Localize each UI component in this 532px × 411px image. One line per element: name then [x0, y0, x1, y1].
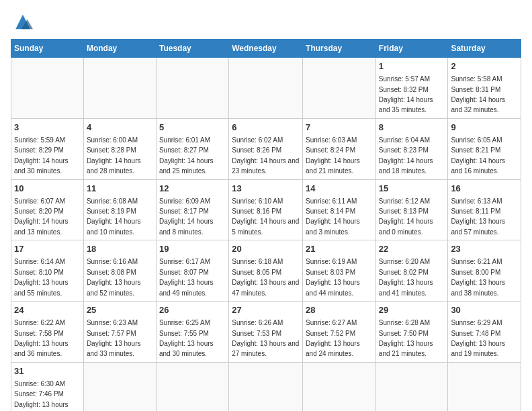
day-info: Sunrise: 6:04 AM Sunset: 8:23 PM Dayligh… — [379, 136, 433, 175]
day-header-thursday: Thursday — [303, 40, 376, 58]
logo-svg — [11, 11, 35, 31]
week-row-4: 17Sunrise: 6:14 AM Sunset: 8:10 PM Dayli… — [11, 240, 521, 302]
day-number: 30 — [451, 304, 518, 316]
day-info: Sunrise: 6:08 AM Sunset: 8:19 PM Dayligh… — [87, 197, 141, 236]
day-cell: 16Sunrise: 6:13 AM Sunset: 8:11 PM Dayli… — [448, 179, 521, 240]
day-info: Sunrise: 6:22 AM Sunset: 7:58 PM Dayligh… — [14, 319, 69, 357]
day-cell: 17Sunrise: 6:14 AM Sunset: 8:10 PM Dayli… — [11, 240, 84, 302]
day-number: 21 — [306, 243, 373, 255]
day-number: 23 — [451, 243, 518, 255]
day-cell — [83, 58, 156, 119]
day-cell — [448, 362, 521, 411]
day-info: Sunrise: 6:27 AM Sunset: 7:52 PM Dayligh… — [306, 319, 360, 357]
week-row-3: 10Sunrise: 6:07 AM Sunset: 8:20 PM Dayli… — [11, 179, 521, 240]
day-number: 1 — [379, 60, 445, 73]
day-info: Sunrise: 6:29 AM Sunset: 7:48 PM Dayligh… — [451, 319, 505, 357]
day-info: Sunrise: 6:01 AM Sunset: 8:27 PM Dayligh… — [159, 136, 214, 175]
day-cell — [303, 58, 376, 119]
day-info: Sunrise: 6:12 AM Sunset: 8:13 PM Dayligh… — [379, 197, 433, 236]
day-cell — [11, 58, 84, 119]
day-number: 24 — [14, 304, 81, 316]
day-info: Sunrise: 6:00 AM Sunset: 8:28 PM Dayligh… — [87, 136, 141, 175]
day-info: Sunrise: 6:05 AM Sunset: 8:21 PM Dayligh… — [451, 136, 505, 175]
day-cell — [303, 362, 376, 411]
day-info: Sunrise: 6:02 AM Sunset: 8:26 PM Dayligh… — [232, 136, 299, 175]
day-number: 29 — [379, 304, 445, 316]
day-cell: 18Sunrise: 6:16 AM Sunset: 8:08 PM Dayli… — [83, 240, 156, 302]
day-number: 15 — [379, 183, 445, 195]
day-number: 19 — [159, 243, 226, 255]
day-cell: 25Sunrise: 6:23 AM Sunset: 7:57 PM Dayli… — [83, 302, 156, 363]
day-cell — [156, 58, 228, 119]
day-number: 22 — [379, 243, 445, 255]
day-cell: 3Sunrise: 5:59 AM Sunset: 8:29 PM Daylig… — [11, 118, 84, 179]
day-cell: 2Sunrise: 5:58 AM Sunset: 8:31 PM Daylig… — [448, 58, 521, 119]
day-cell — [156, 362, 228, 411]
day-cell: 8Sunrise: 6:04 AM Sunset: 8:23 PM Daylig… — [375, 118, 448, 179]
day-number: 10 — [14, 183, 81, 195]
day-cell: 22Sunrise: 6:20 AM Sunset: 8:02 PM Dayli… — [375, 240, 448, 302]
calendar-table: SundayMondayTuesdayWednesdayThursdayFrid… — [11, 39, 521, 411]
day-info: Sunrise: 5:57 AM Sunset: 8:32 PM Dayligh… — [379, 75, 433, 113]
day-info: Sunrise: 6:25 AM Sunset: 7:55 PM Dayligh… — [159, 319, 214, 357]
day-info: Sunrise: 6:23 AM Sunset: 7:57 PM Dayligh… — [87, 319, 141, 357]
day-cell: 31Sunrise: 6:30 AM Sunset: 7:46 PM Dayli… — [11, 362, 84, 411]
day-cell — [83, 362, 156, 411]
day-number: 3 — [14, 122, 81, 134]
week-row-6: 31Sunrise: 6:30 AM Sunset: 7:46 PM Dayli… — [11, 362, 521, 411]
day-number: 7 — [306, 122, 373, 134]
day-cell: 11Sunrise: 6:08 AM Sunset: 8:19 PM Dayli… — [83, 179, 156, 240]
day-cell: 24Sunrise: 6:22 AM Sunset: 7:58 PM Dayli… — [11, 302, 84, 363]
day-cell: 19Sunrise: 6:17 AM Sunset: 8:07 PM Dayli… — [156, 240, 228, 302]
day-cell: 9Sunrise: 6:05 AM Sunset: 8:21 PM Daylig… — [448, 118, 521, 179]
day-info: Sunrise: 5:58 AM Sunset: 8:31 PM Dayligh… — [451, 75, 505, 113]
day-info: Sunrise: 6:28 AM Sunset: 7:50 PM Dayligh… — [379, 319, 433, 357]
day-number: 6 — [232, 122, 300, 134]
day-cell: 5Sunrise: 6:01 AM Sunset: 8:27 PM Daylig… — [156, 118, 228, 179]
day-number: 25 — [87, 304, 153, 316]
day-number: 12 — [159, 183, 226, 195]
week-row-2: 3Sunrise: 5:59 AM Sunset: 8:29 PM Daylig… — [11, 118, 521, 179]
day-info: Sunrise: 6:17 AM Sunset: 8:07 PM Dayligh… — [159, 258, 214, 296]
day-cell: 27Sunrise: 6:26 AM Sunset: 7:53 PM Dayli… — [229, 302, 303, 363]
day-cell: 1Sunrise: 5:57 AM Sunset: 8:32 PM Daylig… — [375, 58, 448, 119]
day-number: 18 — [87, 243, 153, 255]
day-cell: 23Sunrise: 6:21 AM Sunset: 8:00 PM Dayli… — [448, 240, 521, 302]
day-cell: 20Sunrise: 6:18 AM Sunset: 8:05 PM Dayli… — [229, 240, 303, 302]
day-number: 17 — [14, 243, 81, 255]
day-info: Sunrise: 6:03 AM Sunset: 8:24 PM Dayligh… — [306, 136, 360, 175]
day-header-saturday: Saturday — [448, 40, 521, 58]
day-header-tuesday: Tuesday — [156, 40, 228, 58]
day-headers-row: SundayMondayTuesdayWednesdayThursdayFrid… — [11, 40, 521, 58]
day-number: 28 — [306, 304, 373, 316]
day-cell: 13Sunrise: 6:10 AM Sunset: 8:16 PM Dayli… — [229, 179, 303, 240]
day-info: Sunrise: 6:20 AM Sunset: 8:02 PM Dayligh… — [379, 258, 433, 296]
day-number: 26 — [159, 304, 226, 316]
day-cell — [375, 362, 448, 411]
day-cell: 4Sunrise: 6:00 AM Sunset: 8:28 PM Daylig… — [83, 118, 156, 179]
week-row-5: 24Sunrise: 6:22 AM Sunset: 7:58 PM Dayli… — [11, 302, 521, 363]
week-row-1: 1Sunrise: 5:57 AM Sunset: 8:32 PM Daylig… — [11, 58, 521, 119]
header — [11, 11, 521, 31]
day-info: Sunrise: 6:10 AM Sunset: 8:16 PM Dayligh… — [232, 197, 299, 236]
day-info: Sunrise: 5:59 AM Sunset: 8:29 PM Dayligh… — [14, 136, 69, 175]
day-number: 5 — [159, 122, 226, 134]
day-info: Sunrise: 6:14 AM Sunset: 8:10 PM Dayligh… — [14, 258, 69, 296]
day-info: Sunrise: 6:07 AM Sunset: 8:20 PM Dayligh… — [14, 197, 69, 236]
day-info: Sunrise: 6:21 AM Sunset: 8:00 PM Dayligh… — [451, 258, 505, 296]
day-cell: 26Sunrise: 6:25 AM Sunset: 7:55 PM Dayli… — [156, 302, 228, 363]
day-number: 31 — [14, 365, 81, 377]
day-cell: 7Sunrise: 6:03 AM Sunset: 8:24 PM Daylig… — [303, 118, 376, 179]
day-number: 20 — [232, 243, 300, 255]
day-number: 9 — [451, 122, 518, 134]
day-cell: 30Sunrise: 6:29 AM Sunset: 7:48 PM Dayli… — [448, 302, 521, 363]
day-cell — [229, 58, 303, 119]
day-info: Sunrise: 6:18 AM Sunset: 8:05 PM Dayligh… — [232, 258, 299, 296]
day-info: Sunrise: 6:13 AM Sunset: 8:11 PM Dayligh… — [451, 197, 505, 236]
day-number: 14 — [306, 183, 373, 195]
day-number: 4 — [87, 122, 153, 134]
day-header-friday: Friday — [375, 40, 448, 58]
day-cell: 29Sunrise: 6:28 AM Sunset: 7:50 PM Dayli… — [375, 302, 448, 363]
day-info: Sunrise: 6:30 AM Sunset: 7:46 PM Dayligh… — [14, 380, 69, 411]
day-number: 13 — [232, 183, 300, 195]
